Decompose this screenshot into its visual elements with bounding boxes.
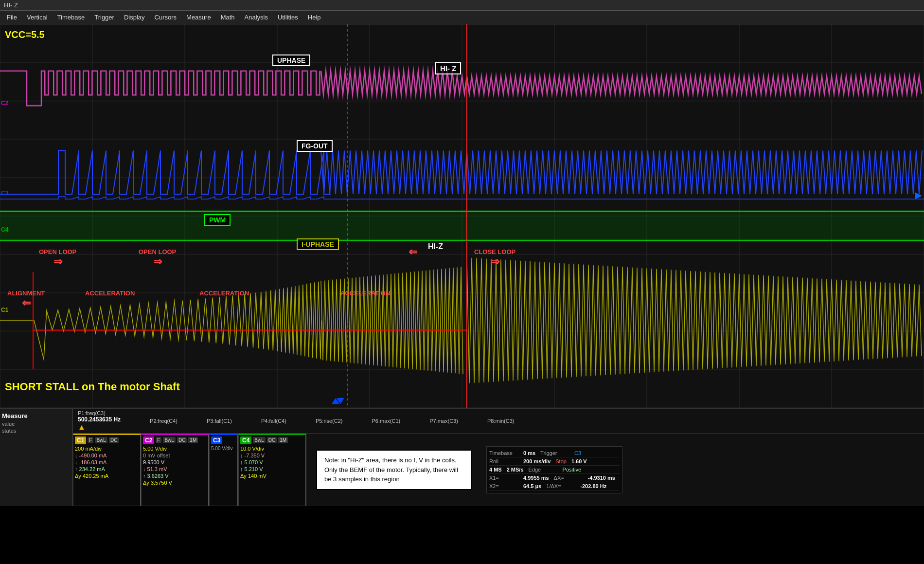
trigger-label: Trigger (540, 450, 569, 456)
c2-val2: ↑ 3.6263 V (143, 473, 207, 479)
c2-val1: ↓ 51.3 mV (143, 466, 207, 473)
c2-flag-bwl: BwL (163, 437, 175, 443)
ch3-side-label: C3 (1, 190, 8, 197)
menu-utilities[interactable]: Utilities (273, 13, 303, 22)
waveform-canvas (0, 24, 924, 408)
tb-row-5: X2= 64.5 μs 1/ΔX= -202.80 Hz (489, 482, 620, 491)
c2-extra: 0 mV offset (143, 452, 207, 459)
close-loop: CLOSE LOOP ⇒ (474, 248, 515, 268)
c4-div: 10.0 V/div (240, 445, 304, 452)
ch1-header: C1 F BwL DC (75, 437, 139, 444)
ch1-box: C1 F BwL DC 200 mA/div ↓ -490.00 mA ↓ -1… (73, 434, 141, 506)
c1-flag-dc: DC (109, 437, 119, 443)
p4-measure: P4:fall(C4) (261, 418, 286, 424)
measure-header: Measure (2, 411, 71, 420)
menu-timebase[interactable]: Timebase (53, 13, 90, 22)
stop-val: 1.60 V (571, 458, 587, 464)
c1-flag-bwl: BwL (95, 437, 107, 443)
scope-area: VCC=5.5 UPHASE FG-OUT PWM I-UPHASE HI- Z… (0, 24, 924, 409)
edge-val: Positive (563, 467, 582, 473)
c2-delta: Δy 3.5750 V (143, 479, 207, 486)
pwm-label: PWM (204, 214, 231, 226)
hi-z-arrow-left: ⇐ (409, 246, 417, 258)
tb-row-2: Roll 200 ms/div Stop 1.60 V (489, 457, 620, 466)
measure-col: Measure value status (0, 409, 73, 506)
menu-math[interactable]: Math (216, 13, 240, 22)
stall-text: SHORT STALL on The motor Shaft (5, 381, 180, 393)
tb-row-1: Timebase 0 ms Trigger C3 (489, 449, 620, 457)
measure-top-row: P1:freq(C3) 500.2453635 Hz ▲ P2:freq(C4)… (73, 409, 924, 434)
menu-vertical[interactable]: Vertical (22, 13, 53, 22)
dx-val: -4.9310 ms (588, 475, 615, 481)
ch4-side-label: C4 (1, 226, 8, 233)
menu-trigger[interactable]: Trigger (89, 13, 119, 22)
fg-out-label: FG-OUT (297, 140, 333, 152)
title-bar: HI- Z (0, 0, 924, 11)
x2-label: X2= (489, 483, 518, 489)
measure-value: value (2, 420, 71, 427)
inv-dx-val: -202.80 Hz (580, 483, 606, 489)
c2-flag-1m: 1M (188, 437, 198, 443)
menu-analysis[interactable]: Analysis (240, 13, 273, 22)
hi-z-top-label: HI- Z (435, 62, 461, 74)
menu-help[interactable]: Help (303, 13, 326, 22)
note-box: Note: in "Hi-Z" area, there is no I, V i… (316, 450, 472, 490)
c1-flag-f: F (88, 437, 93, 443)
c3-div: 5.00 V/div (211, 445, 236, 452)
roll-val: 200 ms/div (523, 458, 551, 464)
open-loop-1: OPEN LOOP ⇒ (39, 248, 76, 268)
trigger-ch: C3 (574, 450, 581, 456)
edge-label: Edge (529, 467, 558, 473)
menu-display[interactable]: Display (119, 13, 150, 22)
right-arrow-marker: ▶ (915, 190, 922, 200)
uphase-label: UPHASE (272, 55, 310, 66)
note-text: Note: in "Hi-Z" area, there is no I, V i… (324, 456, 458, 483)
menu-bar: File Vertical Timebase Trigger Display C… (0, 11, 924, 24)
ch3-header: C3 (211, 437, 236, 444)
open-loop-2: OPEN LOOP ⇒ (139, 248, 176, 268)
menu-cursors[interactable]: Cursors (150, 13, 182, 22)
c2-div: 5.00 V/div (143, 445, 207, 452)
c4-delta: Δy 140 mV (240, 473, 304, 479)
cursor-v2 (467, 24, 467, 408)
tb-val: 0 ms (523, 450, 535, 456)
c4-val1: ↑ 5.070 V (240, 459, 304, 466)
dx-label: ΔX= (554, 475, 583, 481)
c1-div: 200 mA/div (75, 445, 139, 452)
p1-measure: P1:freq(C3) 500.2453635 Hz ▲ (78, 410, 121, 432)
menu-measure[interactable]: Measure (181, 13, 216, 22)
measure-panel: Measure value status P1:freq(C3) 500.245… (0, 409, 924, 506)
c1-val2: ↑ 234.22 mA (75, 466, 139, 473)
cursor-dashed (348, 24, 348, 408)
ch2-side-label: C2 (1, 100, 8, 107)
title-text: HI- Z (4, 1, 18, 9)
x1-val: 4.9955 ms (523, 475, 549, 481)
c4-val2: ↑ 5.210 V (240, 466, 304, 473)
p6-measure: P6:max(C1) (372, 418, 401, 424)
c2-flag-f: F (156, 437, 161, 443)
c1-val0: ↓ -490.00 mA (75, 452, 139, 459)
ms-label: 4 MS (489, 467, 502, 473)
c4-flag-bwl: BwL (253, 437, 265, 443)
inv-dx-label: 1/ΔX= (546, 483, 575, 489)
ch3-box: C3 5.00 V/div (209, 434, 238, 506)
ms-val: 2 MS/s (507, 467, 524, 473)
c4-val0: ↓ -7.350 V (240, 452, 304, 459)
c4-tag: C4 (240, 437, 251, 444)
p5-measure: P5:rise(C2) (316, 418, 343, 424)
p3-measure: P3:fall(C1) (207, 418, 232, 424)
vcc-label: VCC=5.5 (5, 29, 45, 40)
c4-flag-dc: DC (267, 437, 277, 443)
c1-val1: ↓ -186.03 mA (75, 459, 139, 466)
c3-tag: C3 (211, 437, 222, 444)
c1-tag: C1 (75, 437, 86, 444)
measure-status: status (2, 427, 71, 434)
ch2-box: C2 F BwL DC 1M 5.00 V/div 0 mV offset 9.… (141, 434, 209, 506)
menu-file[interactable]: File (2, 13, 22, 22)
p8-measure: P8:min(C3) (487, 418, 515, 424)
ch4-header: C4 BwL DC 1M (240, 437, 304, 444)
p7-measure: P7:max(C3) (429, 418, 458, 424)
ch-info-row: C1 F BwL DC 200 mA/div ↓ -490.00 mA ↓ -1… (73, 434, 924, 506)
p2-measure: P2:freq(C4) (150, 418, 178, 424)
roll-label: Roll (489, 458, 518, 464)
